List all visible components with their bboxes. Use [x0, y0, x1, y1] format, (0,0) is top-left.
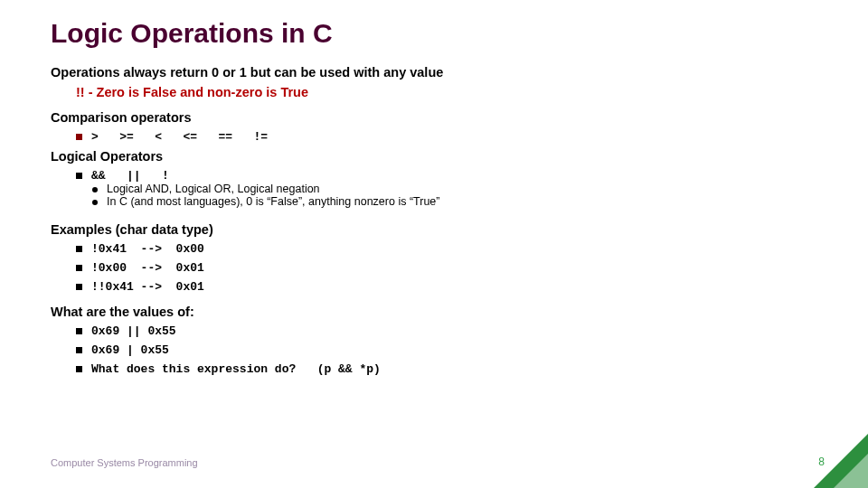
example-1: !0x41 --> 0x00 — [76, 242, 817, 256]
example-3: !!0x41 --> 0x01 — [76, 280, 817, 294]
logical-heading: Logical Operators — [51, 149, 817, 164]
logical-ops: && || ! — [91, 169, 169, 183]
example-2: !0x00 --> 0x01 — [76, 261, 817, 275]
disc-bullet-icon — [92, 187, 98, 192]
examples-heading: Examples (char data type) — [51, 222, 817, 237]
logical-ops-line: && || ! — [76, 169, 817, 183]
example-2-text: !0x00 --> 0x01 — [91, 261, 204, 275]
logical-desc-1-text: Logical AND, Logical OR, Logical negatio… — [107, 183, 320, 195]
values-1-text: 0x69 || 0x55 — [91, 324, 176, 338]
slide-title: Logic Operations in C — [51, 18, 817, 49]
slide: Logic Operations in C Operations always … — [0, 0, 868, 488]
intro-sub: !! - Zero is False and non-zero is True — [76, 85, 817, 99]
square-bullet-icon — [76, 173, 82, 179]
comparison-heading: Comparison operators — [51, 110, 817, 125]
corner-decoration-overlay — [834, 454, 868, 488]
values-1: 0x69 || 0x55 — [76, 324, 817, 338]
square-bullet-icon — [76, 284, 82, 290]
values-3: What does this expression do? (p && *p) — [76, 362, 817, 376]
values-2-text: 0x69 | 0x55 — [91, 343, 169, 357]
comparison-ops-line: > >= < <= == != — [76, 130, 817, 144]
values-heading: What are the values of: — [51, 305, 817, 319]
footer-text: Computer Systems Programming — [51, 457, 198, 468]
example-3-text: !!0x41 --> 0x01 — [91, 280, 204, 294]
values-3-text: What does this expression do? (p && *p) — [91, 362, 381, 376]
logical-desc-2-text: In C (and most languages), 0 is “False”,… — [107, 195, 439, 208]
square-bullet-icon — [76, 134, 82, 140]
square-bullet-icon — [76, 328, 82, 334]
example-1-text: !0x41 --> 0x00 — [91, 242, 204, 256]
intro-sub-text: !! - Zero is False and non-zero is True — [76, 85, 308, 99]
logical-desc-1: Logical AND, Logical OR, Logical negatio… — [92, 183, 817, 195]
square-bullet-icon — [76, 246, 82, 252]
values-2: 0x69 | 0x55 — [76, 343, 817, 357]
square-bullet-icon — [76, 265, 82, 271]
intro-text: Operations always return 0 or 1 but can … — [51, 65, 817, 80]
logical-desc-2: In C (and most languages), 0 is “False”,… — [92, 195, 817, 208]
square-bullet-icon — [76, 366, 82, 372]
square-bullet-icon — [76, 347, 82, 353]
comparison-ops: > >= < <= == != — [91, 130, 268, 144]
disc-bullet-icon — [92, 200, 98, 205]
